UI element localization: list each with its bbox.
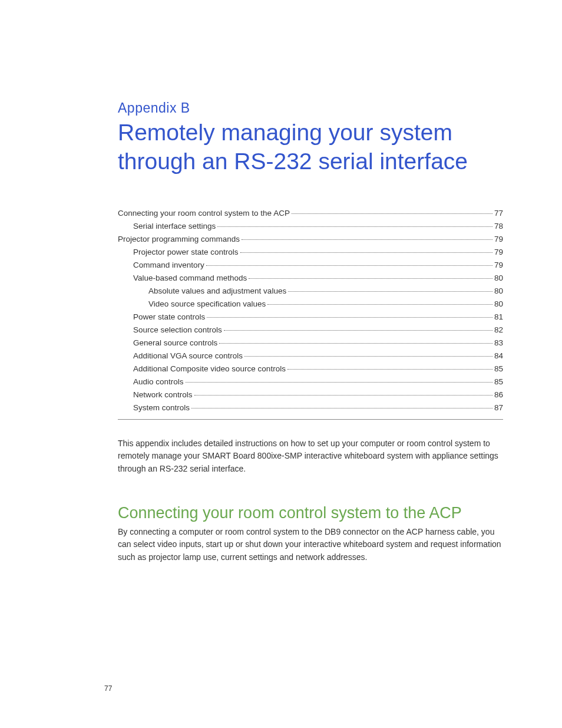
toc-entry[interactable]: Serial interface settings78 [118, 222, 503, 230]
section-paragraph: By connecting a computer or room control… [118, 526, 503, 564]
toc-entry-label: Absolute values and adjustment values [148, 286, 286, 295]
toc-entry-label: Power state controls [133, 312, 205, 321]
toc-entry-page: 83 [494, 338, 503, 347]
toc-leader-dots [206, 265, 492, 266]
toc-entry-label: Additional Composite video source contro… [133, 364, 286, 373]
toc-leader-dots [292, 213, 492, 214]
toc-entry[interactable]: Network controls86 [118, 390, 503, 399]
toc-entry-page: 79 [494, 248, 503, 256]
toc-entry-page: 80 [494, 299, 503, 308]
toc-leader-dots [267, 304, 492, 305]
toc-leader-dots [186, 382, 492, 383]
toc-entry[interactable]: Command inventory79 [118, 261, 503, 269]
toc-leader-dots [244, 356, 492, 357]
toc-entry[interactable]: Video source specification values80 [118, 299, 503, 308]
toc-leader-dots [219, 343, 492, 344]
toc-leader-dots [249, 278, 492, 279]
toc-entry-page: 81 [494, 312, 503, 321]
toc-entry[interactable]: Power state controls81 [118, 312, 503, 321]
toc-entry-page: 85 [494, 364, 503, 373]
toc-entry[interactable]: Additional VGA source controls84 [118, 351, 503, 360]
toc-leader-dots [288, 291, 492, 292]
toc-entry-page: 84 [494, 351, 503, 360]
toc-leader-dots [207, 317, 492, 318]
divider [118, 419, 503, 420]
toc-entry[interactable]: Projector power state controls79 [118, 248, 503, 256]
toc-entry-label: Network controls [133, 390, 193, 399]
toc-entry[interactable]: Source selection controls82 [118, 325, 503, 334]
toc-entry[interactable]: Absolute values and adjustment values80 [118, 286, 503, 295]
toc-entry[interactable]: Projector programming commands79 [118, 235, 503, 243]
toc-entry[interactable]: Audio controls85 [118, 377, 503, 386]
toc-entry-label: Value-based command methods [133, 274, 247, 282]
toc-entry[interactable]: Additional Composite video source contro… [118, 364, 503, 373]
toc-entry-page: 82 [494, 325, 503, 334]
toc-entry-page: 80 [494, 274, 503, 282]
toc-leader-dots [287, 369, 492, 370]
intro-paragraph: This appendix includes detailed instruct… [118, 437, 503, 476]
toc-entry-page: 79 [494, 261, 503, 269]
page-number: 77 [104, 684, 112, 693]
toc-entry-page: 80 [494, 286, 503, 295]
toc-leader-dots [217, 226, 492, 227]
toc-leader-dots [191, 408, 492, 409]
toc-leader-dots [224, 330, 492, 331]
toc-entry-label: System controls [133, 403, 190, 412]
appendix-label: Appendix B [118, 100, 503, 116]
toc-entry-label: General source controls [133, 338, 217, 347]
toc-entry-label: Projector power state controls [133, 248, 239, 256]
toc-entry-label: Serial interface settings [133, 222, 216, 230]
section-heading: Connecting your room control system to t… [118, 504, 503, 522]
toc-entry-label: Projector programming commands [118, 235, 240, 243]
toc-entry-page: 85 [494, 377, 503, 386]
toc-entry-label: Additional VGA source controls [133, 351, 243, 360]
toc-entry-page: 78 [494, 222, 503, 230]
document-page: Appendix B Remotely managing your system… [0, 0, 562, 728]
toc-leader-dots [194, 395, 492, 396]
toc-entry-label: Audio controls [133, 377, 184, 386]
toc-entry-page: 79 [494, 235, 503, 243]
toc-entry-label: Command inventory [133, 261, 204, 269]
toc-entry[interactable]: Connecting your room control system to t… [118, 209, 503, 218]
toc-entry-label: Video source specification values [148, 299, 266, 308]
toc-entry-page: 87 [494, 403, 503, 412]
toc-entry[interactable]: General source controls83 [118, 338, 503, 347]
toc-entry[interactable]: Value-based command methods80 [118, 274, 503, 282]
toc-entry-page: 77 [494, 209, 503, 218]
toc-entry-label: Source selection controls [133, 325, 222, 334]
toc-leader-dots [240, 252, 492, 253]
toc-entry-label: Connecting your room control system to t… [118, 209, 290, 218]
toc-leader-dots [242, 239, 492, 240]
toc-entry[interactable]: System controls87 [118, 403, 503, 412]
toc-entry-page: 86 [494, 390, 503, 399]
page-title: Remotely managing your system through an… [118, 118, 503, 176]
table-of-contents: Connecting your room control system to t… [118, 209, 503, 412]
